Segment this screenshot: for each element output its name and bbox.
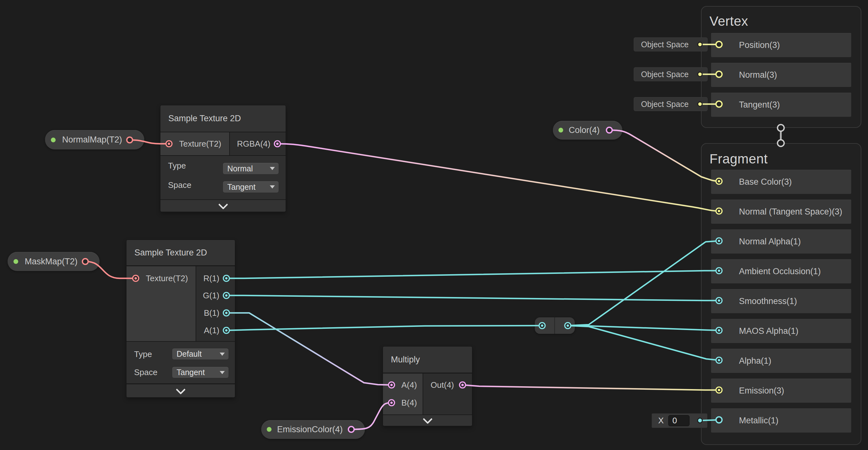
fragment-row-normal-ts-label: Normal (Tangent Space)(3): [739, 200, 842, 224]
fragment-row-alpha: Alpha(1): [711, 349, 851, 373]
object-space-pill-position[interactable]: Object Space: [634, 37, 708, 51]
metallic-x-label: X: [656, 414, 666, 428]
edge-redirect-to-normal-alpha[interactable]: [568, 241, 719, 326]
edge-multiply-out-to-emission[interactable]: [463, 385, 719, 390]
vertex-row-normal-label: Normal(3): [739, 63, 777, 87]
chevron-down-icon: [423, 414, 432, 424]
fragment-row-normal-alpha: Normal Alpha(1): [711, 229, 851, 254]
normalmap-pill-label: NormalMap(T2): [62, 130, 122, 149]
sample-texture-2d-node-top[interactable]: Sample Texture 2D Texture(T2) RGBA(4) Ty…: [160, 105, 286, 212]
edge-r-to-ambient-occlusion[interactable]: [227, 271, 719, 278]
multiply-collapse-button[interactable]: [383, 415, 472, 426]
fragment-row-smoothness-label: Smoothness(1): [739, 289, 797, 313]
edge-g-to-smoothness[interactable]: [227, 296, 719, 301]
fragment-row-base-color: Base Color(3): [711, 170, 851, 194]
edge-redirect-to-alpha[interactable]: [568, 326, 719, 360]
sample-bottom-collapse-button[interactable]: [126, 384, 235, 397]
sample-texture-2d-bottom-title: Sample Texture 2D: [126, 240, 235, 265]
sample-top-texture-input-label: Texture(T2): [179, 132, 221, 155]
vertex-row-position-label: Position(3): [739, 33, 780, 57]
multiply-title: Multiply: [383, 346, 472, 372]
property-pill-emissioncolor[interactable]: EmissionColor(4): [261, 420, 365, 439]
fragment-row-alpha-label: Alpha(1): [739, 349, 771, 373]
dropdown-caret-icon: [220, 353, 225, 356]
color-pill-label: Color(4): [569, 121, 600, 140]
fragment-row-maos-alpha-label: MAOS Alpha(1): [739, 319, 799, 343]
dropdown-caret-icon: [270, 185, 275, 189]
redirect-node-divider: [554, 317, 555, 334]
fragment-row-ambient-occlusion-label: Ambient Occlusion(1): [739, 259, 821, 283]
fragment-title: Fragment: [710, 151, 768, 167]
fragment-row-smoothness: Smoothness(1): [711, 289, 851, 313]
sample-bottom-type-dropdown[interactable]: Default: [172, 348, 229, 360]
fragment-context-node[interactable]: Fragment Base Color(3) Normal (Tangent S…: [701, 143, 861, 445]
multiply-out-label: Out(4): [412, 373, 454, 396]
vertex-row-tangent-label: Tangent(3): [739, 93, 780, 117]
fragment-row-ambient-occlusion: Ambient Occlusion(1): [711, 259, 851, 283]
vertex-context-node[interactable]: Vertex Position(3) Normal(3) Tangent(3): [701, 6, 861, 128]
chevron-down-icon: [176, 385, 185, 394]
fragment-row-emission-label: Emission(3): [739, 378, 784, 403]
multiply-node[interactable]: Multiply A(4) B(4) Out(4): [383, 346, 472, 426]
fragment-row-base-color-label: Base Color(3): [739, 170, 792, 194]
metallic-float-field-node[interactable]: X: [652, 414, 707, 428]
sample-bottom-type-value: Default: [177, 349, 202, 359]
property-pill-normalmap[interactable]: NormalMap(T2): [45, 130, 144, 149]
sample-top-space-dropdown[interactable]: Tangent: [222, 181, 279, 193]
sample-top-collapse-button[interactable]: [160, 200, 286, 212]
dropdown-caret-icon: [270, 167, 275, 170]
sample-bottom-type-label: Type: [134, 345, 152, 363]
edge-rgba-to-normal-tangent-space[interactable]: [277, 144, 719, 211]
object-space-pill-tangent[interactable]: Object Space: [634, 97, 708, 111]
sample-top-space-label: Space: [168, 176, 191, 194]
sample-bottom-space-label: Space: [134, 363, 158, 382]
fragment-row-metallic-label: Metallic(1): [739, 409, 779, 432]
vertex-row-position: Position(3): [711, 33, 851, 57]
sample-top-space-value: Tangent: [227, 182, 255, 192]
vertex-row-normal: Normal(3): [711, 63, 851, 87]
sample-top-rgba-output-label: RGBA(4): [230, 132, 271, 155]
sample-bottom-space-dropdown[interactable]: Tangent: [172, 367, 229, 378]
fragment-row-emission: Emission(3): [711, 378, 851, 403]
shader-graph-canvas[interactable]: Vertex Position(3) Normal(3) Tangent(3) …: [0, 0, 868, 450]
emissioncolor-pill-label: EmissionColor(4): [277, 420, 343, 439]
object-space-pill-normal[interactable]: Object Space: [634, 67, 708, 81]
sample-top-type-value: Normal: [227, 164, 253, 173]
sample-texture-2d-node-bottom[interactable]: Sample Texture 2D Texture(T2) R(1) G(1) …: [126, 240, 235, 397]
fragment-row-maos-alpha: MAOS Alpha(1): [711, 319, 851, 343]
vertex-row-tangent: Tangent(3): [711, 93, 851, 117]
fragment-row-normal-ts: Normal (Tangent Space)(3): [711, 200, 851, 224]
fragment-row-normal-alpha-label: Normal Alpha(1): [739, 229, 801, 254]
sample-top-type-dropdown[interactable]: Normal: [222, 163, 279, 174]
dropdown-caret-icon: [220, 371, 225, 374]
metallic-value-input[interactable]: [668, 415, 689, 426]
fragment-row-metallic: Metallic(1): [711, 409, 851, 432]
chevron-down-icon: [218, 200, 228, 209]
sample-texture-2d-top-title: Sample Texture 2D: [160, 105, 286, 132]
maskmap-pill-label: MaskMap(T2): [25, 252, 78, 271]
vertex-title: Vertex: [710, 13, 748, 29]
sample-top-type-label: Type: [168, 157, 186, 175]
sample-bottom-a-output-label: A(1): [178, 319, 219, 342]
sample-bottom-space-value: Tangent: [177, 368, 205, 377]
edge-b-to-multiply-a[interactable]: [227, 313, 392, 385]
